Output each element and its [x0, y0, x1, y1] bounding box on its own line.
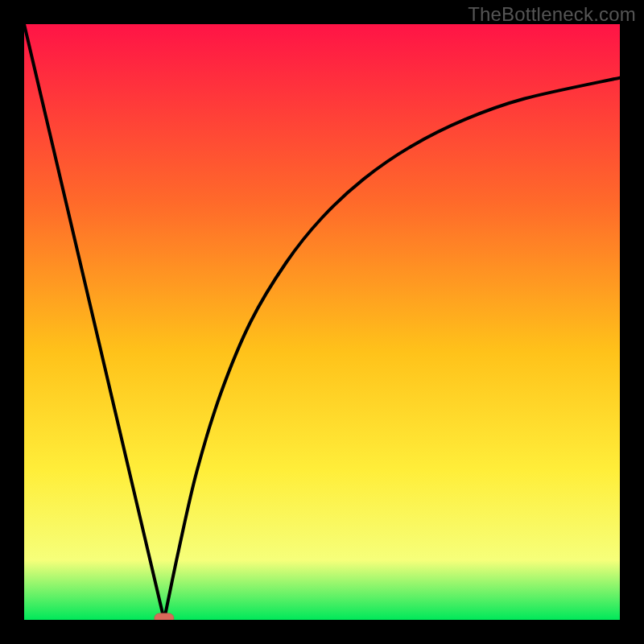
gradient-background	[24, 24, 620, 620]
minimum-marker	[155, 613, 174, 620]
chart-frame	[24, 24, 620, 620]
chart-svg	[24, 24, 620, 620]
watermark-text: TheBottleneck.com	[468, 3, 636, 26]
